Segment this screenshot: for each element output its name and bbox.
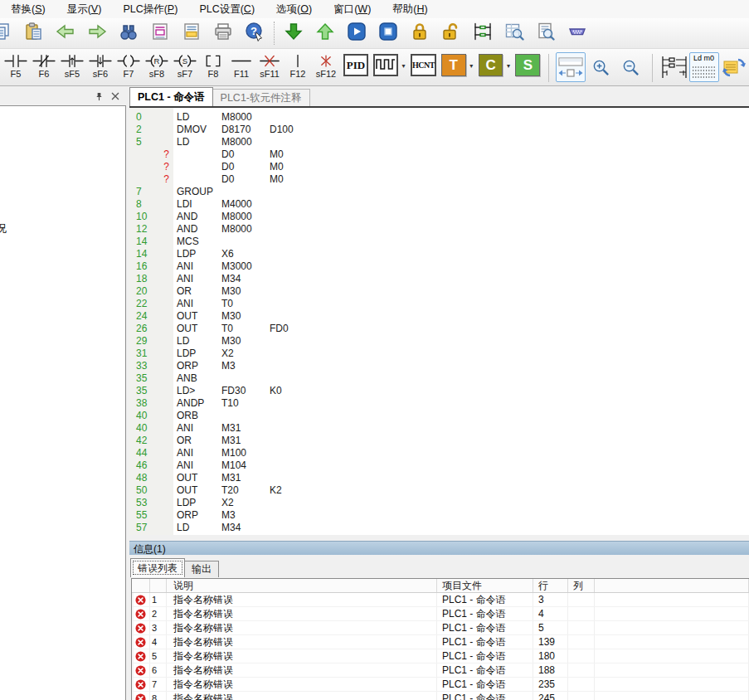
menu-item-window[interactable]: 窗口(W) (323, 0, 382, 19)
il-line[interactable]: ?D0M0 (129, 161, 749, 173)
comm-port-button[interactable] (567, 22, 588, 44)
ladder-monitor-button[interactable] (472, 22, 494, 44)
project-panel-body[interactable]: 况 (0, 105, 126, 700)
il-line[interactable]: 35ANB (129, 372, 749, 385)
error-row[interactable]: 3指令名称错误PLC1 - 命令语5 (132, 621, 749, 635)
il-line[interactable]: 33ORPM3 (129, 360, 749, 372)
convert-button[interactable] (719, 52, 749, 82)
replace-button[interactable] (149, 22, 171, 44)
menu-item-replace[interactable]: 替换(S) (0, 0, 56, 19)
menu-item-view[interactable]: 显示(V) (56, 0, 113, 19)
print-button[interactable] (212, 22, 234, 44)
tool-vline-delete[interactable]: sF12 (312, 51, 340, 79)
instruction-list-editor[interactable]: 0LDM80002DMOVD8170D1005LDM8000?D0M0?D0M0… (129, 108, 749, 535)
il-line[interactable]: 26OUTT0FD0 (129, 323, 749, 335)
il-line[interactable]: 38ANDPT10 (129, 397, 749, 410)
device-monitor-button[interactable] (503, 22, 525, 44)
il-line[interactable]: ?D0M0 (129, 148, 749, 161)
il-line[interactable]: 24OUTM30 (129, 310, 749, 323)
il-line[interactable]: 42ORM31 (129, 435, 749, 447)
il-line[interactable]: 18ANIM34 (129, 273, 749, 285)
pin-icon[interactable] (93, 90, 105, 102)
button-pid[interactable]: PID (343, 54, 368, 76)
il-line[interactable]: 22ANIT0 (129, 298, 749, 310)
error-row[interactable]: 6指令名称错误PLC1 - 命令语188 (132, 664, 749, 678)
tool-coil-reset[interactable]: RsF8 (143, 51, 171, 79)
il-line[interactable]: 48OUTM31 (129, 472, 749, 484)
il-line[interactable]: 16ANIM3000 (129, 260, 749, 273)
counter-dropdown-arrow[interactable]: ▾ (504, 62, 512, 70)
il-line[interactable]: 2DMOVD8170D100 (129, 124, 749, 136)
il-line[interactable]: 50OUTT20K2 (129, 484, 749, 497)
tool-contact-falling[interactable]: sF6 (86, 51, 114, 79)
tool-hline-delete[interactable]: sF11 (255, 51, 284, 79)
tool-hline[interactable]: F11 (227, 51, 255, 79)
help-button[interactable]: ? (244, 22, 265, 44)
stop-button[interactable] (377, 22, 399, 44)
error-row[interactable]: 4指令名称错误PLC1 - 命令语139 (132, 635, 749, 649)
error-row[interactable]: 5指令名称错误PLC1 - 命令语180 (132, 649, 749, 664)
button-state[interactable]: S (515, 54, 540, 76)
il-view-button[interactable]: Ld m0 (689, 52, 719, 82)
back-button[interactable] (55, 22, 76, 44)
tool-instruction[interactable]: F8 (199, 51, 227, 79)
il-line[interactable]: 57LDM34 (129, 522, 749, 534)
ladder-view-button[interactable] (659, 52, 689, 82)
tool-coil[interactable]: F7 (114, 51, 143, 79)
il-line[interactable]: 31LDPX2 (129, 348, 749, 360)
tool-coil-set[interactable]: SsF7 (171, 51, 199, 79)
editor-tab-2[interactable]: PLC1-软元件注释 (213, 89, 310, 106)
tool-contact-closed[interactable]: F6 (30, 51, 58, 79)
pulse-button[interactable] (373, 54, 398, 76)
tool-contact-open[interactable]: F5 (2, 51, 30, 79)
il-line[interactable]: 14LDPX6 (129, 248, 749, 260)
menu-item-plc-operation[interactable]: PLC操作(P) (112, 0, 188, 19)
il-line[interactable]: 5LDM8000 (129, 136, 749, 148)
upload-button[interactable] (314, 22, 336, 44)
tool-vline[interactable]: F12 (284, 51, 312, 79)
il-line[interactable]: ?D0M0 (129, 173, 749, 186)
button-timer[interactable]: T (441, 54, 466, 76)
il-line[interactable]: 7GROUP (129, 186, 749, 198)
error-row[interactable]: 8指令名称错误PLC1 - 命令语245 (132, 692, 749, 700)
unlock-button[interactable] (440, 22, 462, 44)
button-counter[interactable]: C (479, 54, 503, 76)
il-line[interactable]: 8LDIM4000 (129, 198, 749, 211)
il-line[interactable]: 0LDM8000 (129, 111, 749, 124)
il-line[interactable]: 29LDM30 (129, 335, 749, 348)
forward-button[interactable] (86, 22, 108, 44)
il-line[interactable]: 10ANDM8000 (129, 211, 749, 223)
error-row[interactable]: 2指令名称错误PLC1 - 命令语4 (132, 607, 749, 621)
menu-item-plc-settings[interactable]: PLC设置(C) (188, 0, 265, 19)
il-line[interactable]: 44ANIM100 (129, 447, 749, 459)
close-icon[interactable] (109, 90, 121, 102)
il-line[interactable]: 40ORB (129, 410, 749, 422)
timer-dropdown-arrow[interactable]: ▾ (468, 62, 475, 70)
fit-width-button[interactable] (556, 52, 586, 82)
tool-contact-rising[interactable]: sF5 (58, 51, 86, 79)
run-button[interactable] (346, 22, 367, 44)
error-row[interactable]: 1指令名称错误PLC1 - 命令语3 (132, 593, 749, 607)
find-button[interactable] (118, 22, 139, 44)
il-line[interactable]: 14MCS (129, 236, 749, 248)
copy-button[interactable] (0, 22, 13, 44)
editor-tab-1[interactable]: PLC1 - 命令语 (129, 87, 213, 106)
il-line[interactable]: 12ANDM8000 (129, 223, 749, 236)
il-line[interactable]: 55ORPM3 (129, 509, 749, 522)
il-line[interactable]: 35LD>FD30K0 (129, 385, 749, 397)
il-line[interactable]: 53LDPX2 (129, 497, 749, 509)
menu-item-options[interactable]: 选项(O) (265, 0, 323, 19)
il-line[interactable]: 40ANIM31 (129, 422, 749, 435)
info-tab-1[interactable]: 错误列表 (130, 558, 185, 577)
pulse-dropdown-arrow[interactable]: ▾ (400, 62, 407, 70)
download-button[interactable] (283, 22, 304, 44)
zoom-out-button[interactable] (615, 52, 645, 82)
il-line[interactable]: 46ANIM104 (129, 459, 749, 472)
zoom-in-button[interactable] (586, 52, 615, 82)
document-button[interactable] (181, 22, 202, 44)
info-tab-2[interactable]: 输出 (185, 561, 219, 577)
lock-button[interactable] (409, 22, 430, 44)
button-hcnt[interactable]: HCNT (411, 54, 436, 76)
program-monitor-button[interactable] (535, 22, 557, 44)
menu-item-help[interactable]: 帮助(H) (382, 0, 438, 19)
